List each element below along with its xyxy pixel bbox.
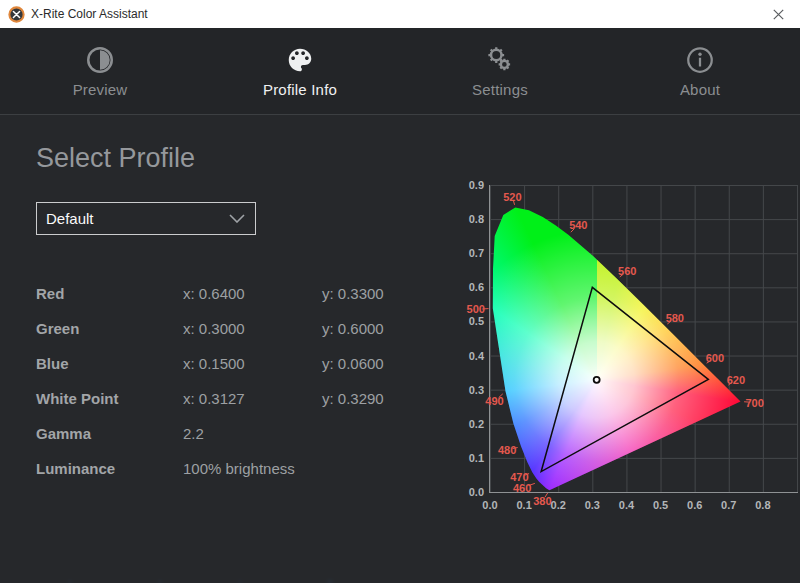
row-label: Blue xyxy=(36,355,183,372)
y-tick-label: 0.3 xyxy=(458,384,484,396)
row-label: Green xyxy=(36,320,183,337)
profile-dropdown[interactable]: Default xyxy=(36,202,256,235)
gears-icon xyxy=(485,45,515,75)
wavelength-label: 580 xyxy=(666,312,684,324)
x-tick-label: 0.3 xyxy=(585,499,600,511)
y-tick-label: 0.9 xyxy=(458,179,484,191)
info-icon xyxy=(685,45,715,75)
tab-label: Profile Info xyxy=(263,81,337,98)
titlebar: X-Rite Color Assistant xyxy=(0,0,800,28)
y-tick-label: 0.4 xyxy=(458,350,484,362)
y-tick-label: 0.8 xyxy=(458,213,484,225)
chromaticity-chart: 0.00.10.20.30.40.50.60.70.80.00.10.20.30… xyxy=(458,168,800,530)
wavelength-label: 520 xyxy=(503,191,521,203)
row-value: 2.2 xyxy=(183,425,322,442)
row-y-value: y: 0.6000 xyxy=(322,320,384,337)
wavelength-label: 620 xyxy=(727,374,745,386)
x-tick-label: 0.1 xyxy=(516,499,531,511)
palette-icon xyxy=(285,45,315,75)
table-row: Red x: 0.6400 y: 0.3300 xyxy=(36,276,436,311)
table-row: Green x: 0.3000 y: 0.6000 xyxy=(36,311,436,346)
main-content: Select Profile Default Red x: 0.6400 y: … xyxy=(0,115,800,583)
window-title: X-Rite Color Assistant xyxy=(31,7,148,21)
y-tick-label: 0.5 xyxy=(458,315,484,327)
tab-preview[interactable]: Preview xyxy=(0,28,200,114)
tab-about[interactable]: About xyxy=(600,28,800,114)
tab-profile-info[interactable]: Profile Info xyxy=(200,28,400,114)
nav-bar: Preview Profile Info Settings xyxy=(0,28,800,115)
profile-dropdown-value: Default xyxy=(46,210,229,227)
wavelength-label: 700 xyxy=(745,397,763,409)
x-tick-label: 0.8 xyxy=(755,499,770,511)
wavelength-label: 540 xyxy=(569,219,587,231)
wavelength-label: 600 xyxy=(706,352,724,364)
page-title: Select Profile xyxy=(36,143,195,174)
y-tick-label: 0.0 xyxy=(458,486,484,498)
x-tick-label: 0.7 xyxy=(721,499,736,511)
y-tick-label: 0.7 xyxy=(458,247,484,259)
contrast-icon xyxy=(85,45,115,75)
row-y-value: y: 0.3290 xyxy=(322,390,384,407)
x-tick-label: 0.0 xyxy=(482,499,497,511)
x-tick-label: 0.5 xyxy=(653,499,668,511)
row-label: Gamma xyxy=(36,425,183,442)
tab-label: Preview xyxy=(73,81,128,98)
y-tick-label: 0.2 xyxy=(458,418,484,430)
table-row: Luminance 100% brightness xyxy=(36,451,436,486)
x-tick-label: 0.4 xyxy=(619,499,634,511)
row-x-value: x: 0.6400 xyxy=(183,285,322,302)
row-y-value: y: 0.3300 xyxy=(322,285,384,302)
wavelength-label: 380 xyxy=(533,495,551,507)
wavelength-label: 560 xyxy=(618,265,636,277)
row-x-value: x: 0.1500 xyxy=(183,355,322,372)
close-icon xyxy=(773,9,784,20)
row-x-value: x: 0.3000 xyxy=(183,320,322,337)
tab-settings[interactable]: Settings xyxy=(400,28,600,114)
table-row: Blue x: 0.1500 y: 0.0600 xyxy=(36,346,436,381)
tab-label: Settings xyxy=(472,81,528,98)
chevron-down-icon xyxy=(229,214,245,223)
tab-label: About xyxy=(680,81,720,98)
table-row: Gamma 2.2 xyxy=(36,416,436,451)
close-button[interactable] xyxy=(756,0,800,28)
row-value: 100% brightness xyxy=(183,460,322,477)
wavelength-label: 480 xyxy=(498,444,516,456)
x-tick-label: 0.2 xyxy=(551,499,566,511)
profile-info-table: Red x: 0.6400 y: 0.3300 Green x: 0.3000 … xyxy=(36,276,436,486)
x-tick-label: 0.6 xyxy=(687,499,702,511)
wavelength-label: 500 xyxy=(467,303,485,315)
row-label: Red xyxy=(36,285,183,302)
y-tick-label: 0.1 xyxy=(458,452,484,464)
table-row: White Point x: 0.3127 y: 0.3290 xyxy=(36,381,436,416)
y-tick-label: 0.6 xyxy=(458,281,484,293)
app-window: X-Rite Color Assistant Preview Profile I… xyxy=(0,0,800,583)
row-label: Luminance xyxy=(36,460,183,477)
wavelength-label: 490 xyxy=(485,395,503,407)
row-x-value: x: 0.3127 xyxy=(183,390,322,407)
row-label: White Point xyxy=(36,390,183,407)
background-window-glow xyxy=(40,579,400,583)
row-y-value: y: 0.0600 xyxy=(322,355,384,372)
wavelength-label: 460 xyxy=(513,482,531,494)
app-logo-icon xyxy=(8,6,25,23)
